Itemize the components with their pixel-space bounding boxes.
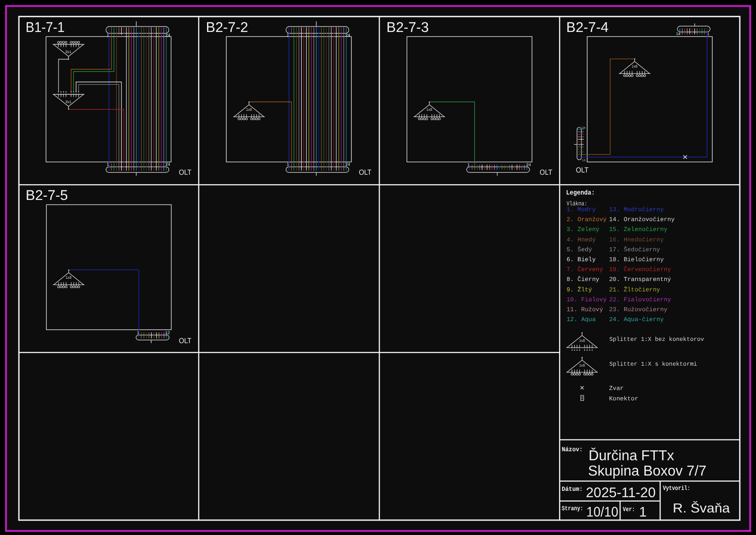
svg-text:OLT: OLT	[359, 168, 372, 177]
svg-text:10/10: 10/10	[586, 504, 618, 520]
svg-text:Skupina Boxov 7/7: Skupina Boxov 7/7	[588, 462, 706, 479]
svg-text:1: 1	[639, 504, 647, 520]
svg-text:24: 24	[676, 32, 681, 36]
svg-text:Splitter 1:X s konektormi: Splitter 1:X s konektormi	[609, 361, 697, 367]
svg-text:1: 1	[707, 32, 710, 36]
svg-text:R. Švaňa: R. Švaňa	[673, 501, 730, 516]
svg-text:B1-7-1: B1-7-1	[26, 19, 65, 35]
svg-text:Strany:: Strany:	[562, 505, 583, 512]
svg-text:24: 24	[345, 162, 350, 167]
svg-text:Ďurčina FTTx: Ďurčina FTTx	[589, 447, 674, 463]
svg-text:1x8: 1x8	[246, 107, 252, 112]
svg-text:1x8: 1x8	[66, 275, 72, 280]
svg-text:24. Aqua-čierny: 24. Aqua-čierny	[609, 317, 664, 323]
svg-text:13. Modročierny: 13. Modročierny	[609, 207, 664, 213]
svg-text:4. Hnedý: 4. Hnedý	[567, 237, 596, 244]
svg-text:10. Fialový: 10. Fialový	[567, 297, 607, 304]
svg-text:Konektor: Konektor	[609, 396, 639, 403]
svg-text:3. Zelený: 3. Zelený	[567, 227, 599, 233]
svg-text:24: 24	[166, 33, 171, 38]
svg-text:1x8: 1x8	[579, 363, 585, 367]
svg-text:2. Oranžový: 2. Oranžový	[567, 217, 607, 223]
svg-text:19. Červenočierny: 19. Červenočierny	[609, 266, 671, 273]
svg-text:B2-7-3: B2-7-3	[387, 19, 429, 35]
svg-text:OLT: OLT	[576, 166, 589, 174]
svg-text:21. Žltočierny: 21. Žltočierny	[609, 286, 660, 294]
svg-text:Názov:: Názov:	[562, 446, 583, 453]
svg-text:12: 12	[165, 331, 170, 336]
svg-text:1: 1	[287, 33, 289, 38]
svg-text:1: 1	[467, 163, 469, 168]
svg-text:23. Ružovočierny: 23. Ružovočierny	[609, 307, 668, 313]
svg-text:14. Oranžovočierny: 14. Oranžovočierny	[609, 217, 675, 223]
svg-text:OLT: OLT	[179, 337, 192, 345]
svg-text:6. Biely: 6. Biely	[567, 257, 596, 263]
svg-text:Dátum:: Dátum:	[562, 486, 583, 493]
svg-text:OLT: OLT	[179, 168, 192, 177]
svg-text:5. Šedý: 5. Šedý	[567, 246, 592, 254]
svg-text:15. Zelenočierny: 15. Zelenočierny	[609, 227, 668, 233]
svg-text:12. Aqua: 12. Aqua	[567, 317, 596, 323]
svg-text:8. Čierny: 8. Čierny	[567, 276, 599, 283]
svg-text:24: 24	[346, 33, 351, 38]
svg-text:9. Žltý: 9. Žltý	[567, 286, 592, 294]
svg-text:B2-7-4: B2-7-4	[566, 19, 608, 35]
svg-text:17. Šedočierny: 17. Šedočierny	[609, 246, 660, 254]
svg-text:OLT: OLT	[540, 168, 552, 177]
svg-text:1: 1	[137, 331, 139, 336]
svg-text:1x8: 1x8	[632, 64, 638, 68]
svg-text:Ver:: Ver:	[623, 506, 635, 513]
svg-text:1: 1	[287, 162, 289, 167]
svg-text:1x8: 1x8	[427, 107, 432, 112]
svg-text:1: 1	[107, 33, 109, 38]
svg-text:Splitter 1:X bez konektorov: Splitter 1:X bez konektorov	[609, 336, 704, 343]
svg-text:Zvar: Zvar	[609, 385, 624, 392]
svg-text:24: 24	[526, 163, 531, 168]
svg-text:1: 1	[107, 162, 109, 167]
svg-text:16. Hnedočierny: 16. Hnedočierny	[609, 237, 664, 244]
svg-text:22. Fialovočierny: 22. Fialovočierny	[609, 297, 671, 304]
svg-text:1x8: 1x8	[579, 338, 585, 343]
svg-text:24: 24	[165, 162, 170, 167]
svg-text:13: 13	[582, 159, 586, 162]
svg-text:8x1: 8x1	[66, 50, 72, 54]
svg-text:18. Bieločierny: 18. Bieločierny	[609, 257, 664, 263]
svg-text:Vytvoril:: Vytvoril:	[663, 485, 690, 492]
svg-text:B2-7-2: B2-7-2	[206, 19, 248, 35]
svg-text:7. Červený: 7. Červený	[567, 266, 603, 273]
svg-text:8x1: 8x1	[66, 100, 72, 104]
svg-text:2025-11-20: 2025-11-20	[586, 485, 656, 500]
svg-text:11. Ružový: 11. Ružový	[567, 307, 603, 313]
svg-text:Legenda:: Legenda:	[566, 189, 595, 197]
svg-text:20. Transparentný: 20. Transparentný	[609, 277, 671, 283]
svg-text:B2-7-5: B2-7-5	[26, 187, 68, 203]
svg-text:24: 24	[582, 127, 586, 130]
svg-text:1. Modrý: 1. Modrý	[567, 207, 596, 213]
